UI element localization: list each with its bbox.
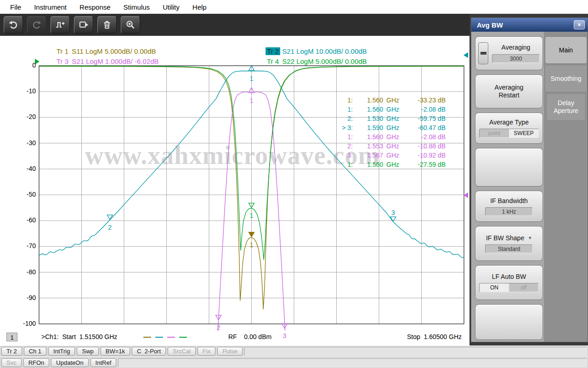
if-bw-shape-value: Standard [485, 244, 533, 253]
y-tick--80: -80 [1, 268, 36, 276]
marker-readout: 1:1.560GHz-33.23 dB1:1.560GHz-2.08 dB2:1… [334, 96, 464, 169]
panel-title-bar: Avg BW × [471, 18, 588, 32]
average-type-button[interactable]: Average Type point SWEEP [475, 113, 543, 144]
readout-cell: -33.23 dB [403, 96, 446, 104]
status-svc[interactable]: Svc [1, 358, 22, 367]
status-filler [118, 358, 587, 367]
empty-button-1 [475, 148, 543, 187]
menu-response[interactable]: Response [73, 3, 117, 11]
status-bw=1k[interactable]: BW=1k [101, 347, 130, 356]
channel-footer: 1 >Ch1: Start 1.51500 GHz RF 0.00 dBm St… [0, 332, 469, 344]
lf-auto-bw-switch[interactable]: ON off [479, 283, 539, 292]
menu-stimulus[interactable]: Stimulus [117, 3, 157, 11]
lf-auto-bw-button[interactable]: LF Auto BW ON off [475, 265, 543, 300]
channel-number-box[interactable]: 1 [6, 333, 17, 341]
status-fix[interactable]: Fix [198, 347, 215, 356]
tab-main[interactable]: Main [545, 36, 587, 64]
readout-row: > 3:1.590GHz-60.47 dB [334, 123, 464, 132]
redo-icon [32, 20, 42, 30]
readout-row: 1:1.560GHz-33.23 dB [334, 96, 464, 105]
legend-dash [167, 337, 175, 338]
if-bandwidth-label: IF Bandwidth [490, 197, 528, 205]
y-tick--50: -50 [1, 191, 36, 198]
trace-color-legend [143, 333, 187, 338]
legend-dash [143, 337, 151, 338]
avg-bw-panel: Avg BW × Averaging 3000 Averaging Restar… [471, 17, 588, 342]
plot-canvas[interactable]: 12312311 [0, 36, 469, 345]
average-type-sweep[interactable]: SWEEP [509, 129, 538, 137]
add-waveform-button[interactable] [51, 16, 70, 34]
readout-cell: -2.08 dB [403, 133, 446, 141]
readout-cell: 1.560 [353, 96, 383, 104]
y-tick--10: -10 [1, 87, 36, 95]
zoom-in-icon [125, 20, 136, 30]
menu-help[interactable]: Help [186, 3, 213, 11]
menu-utility[interactable]: Utility [156, 3, 186, 11]
lf-auto-bw-off[interactable]: off [509, 283, 538, 292]
y-tick-0: 0 [1, 62, 36, 69]
y-tick--40: -40 [1, 165, 36, 172]
readout-cell: 1: [334, 106, 353, 113]
averaging-button[interactable]: Averaging 3000 [475, 36, 543, 70]
tab-smoothing[interactable]: Smoothing [545, 65, 587, 92]
if-bw-shape-button[interactable]: IF BW Shape ▼ Standard [475, 226, 543, 261]
status-updateon[interactable]: UpdateOn [51, 358, 88, 367]
readout-cell: 1.560 [353, 133, 383, 141]
menu-file[interactable]: File [4, 3, 28, 11]
status-srccal[interactable]: SrcCal [168, 347, 196, 356]
undo-button[interactable] [4, 16, 23, 34]
start-frequency-label[interactable]: >Ch1: Start 1.51500 GHz [41, 333, 117, 340]
readout-row: 3:1.567GHz-10.92 dB [334, 151, 464, 160]
y-tick--20: -20 [1, 113, 36, 120]
legend-dash [155, 337, 163, 338]
readout-cell: 1.590 [353, 124, 383, 131]
status-intref[interactable]: IntRef [90, 358, 117, 367]
readout-cell: 1: [334, 161, 353, 168]
status-c-2-port[interactable]: C 2-Port [132, 347, 166, 356]
average-type-switch[interactable]: point SWEEP [479, 129, 539, 138]
averaging-value: 3000 [492, 54, 540, 63]
status-pulse[interactable]: Pulse [217, 347, 243, 356]
stop-frequency-label[interactable]: Stop 1.60500 GHz [407, 333, 462, 340]
readout-cell: GHz [383, 152, 403, 159]
legend-dash [179, 337, 187, 338]
readout-cell: -59.75 dB [403, 115, 446, 122]
menu-bar: FileInstrumentResponseStimulusUtilityHel… [0, 0, 588, 14]
vna-application: FileInstrumentResponseStimulusUtilityHel… [0, 0, 588, 368]
waveform-plus-icon [55, 20, 65, 30]
readout-row: 1:1.560GHz-2.08 dB [334, 132, 464, 142]
y-tick--60: -60 [1, 216, 36, 224]
readout-cell: GHz [383, 133, 403, 141]
readout-cell: 2: [334, 115, 353, 122]
y-tick--70: -70 [1, 242, 36, 249]
rf-power-label[interactable]: RF 0.00 dBm [228, 333, 271, 340]
close-icon[interactable]: × [574, 20, 585, 29]
svg-text:1: 1 [250, 241, 254, 249]
average-type-label: Average Type [489, 119, 529, 126]
menu-instrument[interactable]: Instrument [28, 3, 73, 11]
panel-tabs: Main Smoothing Delay Aperture [544, 32, 588, 342]
svg-text:3: 3 [391, 209, 395, 216]
capture-button[interactable] [74, 16, 93, 34]
status-rfon[interactable]: RFOn [23, 358, 50, 367]
readout-cell: -10.92 dB [403, 152, 446, 159]
delete-button[interactable] [97, 16, 117, 34]
averaging-toggle[interactable] [478, 42, 488, 64]
status-swp[interactable]: Swp [77, 347, 98, 356]
lf-auto-bw-on[interactable]: ON [480, 283, 509, 292]
status-inttrig[interactable]: IntTrig [48, 347, 75, 356]
redo-button[interactable] [27, 16, 46, 34]
average-type-point[interactable]: point [480, 129, 509, 137]
readout-cell: GHz [383, 96, 403, 104]
status-ch-1[interactable]: Ch 1 [24, 347, 46, 356]
readout-row: 1:1.560GHz-27.59 dB [334, 160, 464, 169]
panel-title: Avg BW [477, 21, 574, 29]
tab-delay-aperture[interactable]: Delay Aperture [546, 93, 586, 121]
zoom-in-button[interactable] [121, 16, 140, 34]
chevron-down-icon: ▼ [528, 236, 532, 240]
averaging-restart-button[interactable]: Averaging Restart [475, 74, 543, 108]
plot-area: Tr 1 S11 LogM 5.000dB/ 0.00dB Tr 2 S21 L… [0, 36, 469, 345]
readout-row: 2:1.530GHz-59.75 dB [334, 114, 464, 123]
status-tr-2[interactable]: Tr 2 [1, 347, 22, 356]
if-bandwidth-button[interactable]: IF Bandwidth 1 kHz [475, 191, 543, 222]
